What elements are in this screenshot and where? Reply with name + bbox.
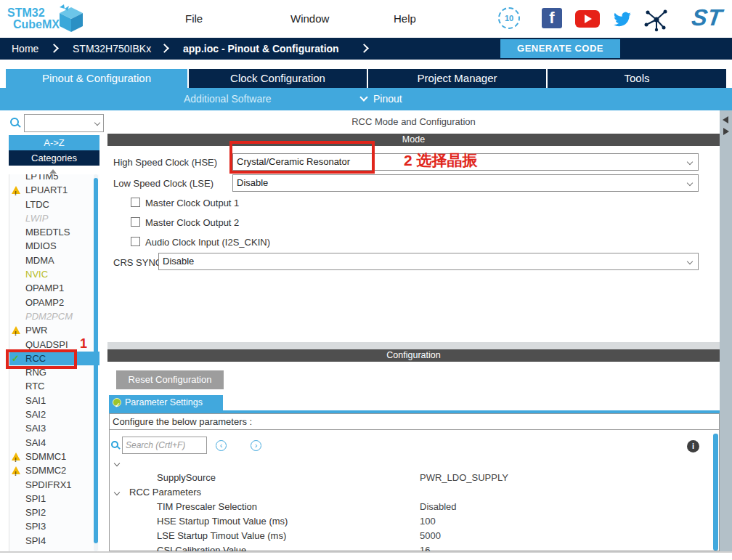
param-value[interactable]: Disabled [420,500,457,514]
menu-file[interactable]: File [185,12,203,25]
sidebar-item-sai4[interactable]: SAI4 [9,436,99,450]
sidebar-item-lpuart1[interactable]: LPUART1 [9,183,99,197]
sidebar-item-spi1[interactable]: SPI1 [9,492,99,506]
search-next-button[interactable] [251,440,261,451]
community-network-icon[interactable] [643,7,670,32]
warning-icon [12,453,20,460]
sidebar-item-mdios[interactable]: MDIOS [9,239,99,253]
reset-configuration-button[interactable]: Reset Configuration [116,370,224,389]
param-row[interactable]: HSE Startup Timout Value (ms) 100 [109,514,712,529]
sidebar-item-ltdc[interactable]: LTDC [9,198,99,211]
sidebar-item-rcc[interactable]: RCC [9,352,99,365]
ten-years-badge-icon[interactable]: 10 [498,7,520,29]
panel-title: RCC Mode and Configuration [107,111,720,134]
additional-software-link[interactable]: Additional Software [184,93,272,105]
master-clock-output-1-checkbox[interactable] [131,198,140,207]
sidebar-item-nvic[interactable]: NVIC [9,267,99,281]
sidebar-item-spi3[interactable]: SPI3 [9,519,99,533]
sidebar-item-spdifrx1[interactable]: SPDIFRX1 [9,478,99,492]
search-icon [10,118,19,126]
tab-parameter-settings[interactable]: Parameter Settings [109,395,223,410]
twitter-icon[interactable] [611,9,633,28]
tab-clock-configuration[interactable]: Clock Configuration [189,69,367,88]
sidebar-item-sai2[interactable]: SAI2 [9,407,99,421]
lse-combobox[interactable]: Disable [232,174,699,192]
breadcrumb-project[interactable]: app.ioc - Pinout & Configuration [183,43,339,54]
facebook-icon[interactable]: f [542,8,562,28]
pinout-subbar: Additional Software Pinout [0,88,732,110]
generate-code-button[interactable]: GENERATE CODE [500,39,620,58]
bottom-border [0,551,732,553]
sidebar-item-lwip[interactable]: LWIP [9,211,99,225]
tab-pinout-configuration[interactable]: Pinout & Configuration [6,69,187,88]
sidebar-item-sai1[interactable]: SAI1 [9,394,99,407]
chevron-down-icon [687,259,693,264]
sidebar-item-pdm2pcm[interactable]: PDM2PCM [9,309,99,323]
cube-icon [55,3,87,35]
stm32cubemx-logo: STM32 CubeMX [7,7,60,31]
param-row[interactable]: SupplySource PWR_LDO_SUPPLY [109,471,712,485]
parameters-tree: SupplySource PWR_LDO_SUPPLY RCC Paramete… [109,456,712,551]
param-row[interactable]: CSI Calibration Value 16 [109,543,712,551]
param-value[interactable]: 16 [420,543,430,551]
categories-button[interactable]: Categories [9,150,99,166]
crs-sync-combobox[interactable]: Disable [158,253,699,270]
sidebar-item-rng[interactable]: RNG [9,365,99,379]
param-row[interactable]: TIM Prescaler Selection Disabled [109,500,712,514]
menu-window[interactable]: Window [290,12,329,25]
master-clock-output-2-label: Master Clock Output 2 [145,217,239,228]
warning-icon [12,466,20,474]
param-row[interactable]: LSE Startup Timout Value (ms) 5000 [109,529,712,543]
breadcrumb-home[interactable]: Home [12,43,38,54]
param-group-row[interactable]: RCC Parameters [109,485,712,500]
stm32cubemx-window: STM32 CubeMX File Window Help 10 f [0,0,732,560]
az-sort-button[interactable]: A->Z [9,135,99,150]
collapse-icon[interactable] [114,490,120,495]
master-clock-output-2-checkbox[interactable] [131,217,140,227]
configuration-section-header: Configuration [107,349,720,362]
sidebar-item-sdmmc1[interactable]: SDMMC1 [9,450,99,463]
sidebar-item-lptim5[interactable]: LPTIM5 [9,174,99,183]
params-scrollbar-thumb[interactable] [713,434,718,551]
sidebar-item-sai3[interactable]: SAI3 [9,421,99,435]
pinout-menu[interactable]: Pinout [373,93,402,105]
annotation-step1: 1 [80,336,87,352]
chevron-down-icon [359,93,367,101]
breadcrumb: Home STM32H750IBKx app.ioc - Pinout & Co… [0,38,732,60]
params-search-input[interactable] [122,437,207,454]
sidebar-item-opamp1[interactable]: OPAMP1 [9,281,99,295]
breadcrumb-mcu[interactable]: STM32H750IBKx [73,43,151,54]
sidebar-item-mdma[interactable]: MDMA [9,253,99,267]
youtube-icon[interactable] [575,10,600,28]
sidebar-item-spi2[interactable]: SPI2 [9,506,99,519]
check-icon [12,352,20,365]
sidebar-item-rtc[interactable]: RTC [9,379,99,393]
sidebar-item-mbedtls[interactable]: MBEDTLS [9,225,99,239]
st-logo-icon[interactable]: ST [683,4,730,33]
menu-help[interactable]: Help [394,12,416,25]
param-value[interactable]: 100 [420,514,436,529]
tree-root-row[interactable] [109,456,712,471]
param-name: HSE Startup Timout Value (ms) [157,514,288,529]
collapse-left-icon[interactable] [723,116,728,123]
sidebar-search-input[interactable] [24,114,104,132]
param-value[interactable]: 5000 [420,529,441,543]
info-icon[interactable]: i [687,440,699,453]
sidebar-item-spi4[interactable]: SPI4 [9,534,99,548]
ok-badge-icon [113,398,121,407]
top-header: STM32 CubeMX File Window Help 10 f [0,0,732,38]
sidebar-scrollbar-thumb[interactable] [94,178,98,543]
tab-project-manager[interactable]: Project Manager [368,69,546,88]
collapse-icon[interactable] [114,460,120,466]
audio-clock-input-checkbox[interactable] [131,237,140,246]
search-prev-button[interactable] [216,440,227,451]
sidebar-item-sdmmc2[interactable]: SDMMC2 [9,463,99,477]
sidebar-item-pwr[interactable]: PWR [9,323,99,337]
scroll-up-icon[interactable] [49,169,57,174]
param-group-name: RCC Parameters [129,485,201,500]
tab-tools[interactable]: Tools [548,69,726,88]
param-value[interactable]: PWR_LDO_SUPPLY [420,471,508,485]
sidebar-item-opamp2[interactable]: OPAMP2 [9,296,99,309]
collapse-right-icon[interactable] [723,128,729,135]
lse-label: Low Speed Clock (LSE) [113,178,214,189]
